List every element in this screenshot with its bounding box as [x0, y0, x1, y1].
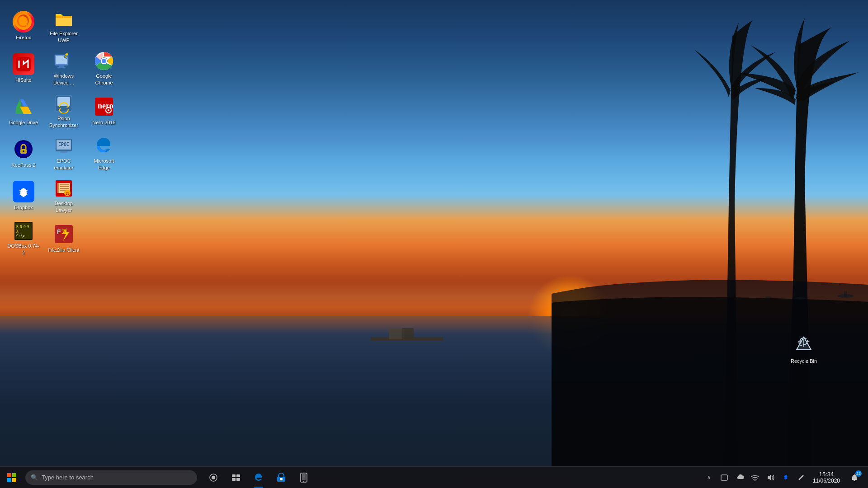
keepass-icon [13, 138, 34, 160]
desktop-lawyer-label: Desktop Lawyer [47, 200, 80, 213]
keepass-label: KeePass 2 [11, 162, 35, 168]
svg-point-29 [23, 150, 24, 152]
svg-text:C:\>_: C:\>_ [16, 234, 27, 238]
icon-row-3: KeePass 2 EPOC EPOC emulator [5, 132, 131, 174]
svg-point-2 [795, 297, 806, 300]
google-drive-label: Google Drive [9, 119, 38, 126]
firefox-icon [13, 11, 34, 33]
svg-point-16 [102, 59, 106, 63]
windows-device-icon [53, 51, 75, 71]
taskbar-phone-button[interactable] [293, 467, 315, 488]
svg-rect-65 [12, 473, 16, 477]
hisuite-label: HiSuite [15, 77, 31, 83]
clock-area[interactable]: 15:34 11/06/2020 [808, 467, 844, 488]
svg-rect-44 [57, 183, 59, 193]
svg-rect-64 [7, 473, 11, 477]
palm-trees [552, 0, 868, 466]
hisuite-icon [13, 53, 34, 75]
desktop-icon-dropbox[interactable]: Dropbox [5, 175, 42, 216]
desktop-icon-nero[interactable]: nero Nero 2018 [86, 90, 122, 131]
file-explorer-icon [53, 8, 75, 28]
desktop-icon-firefox[interactable]: Firefox [5, 5, 42, 46]
svg-point-69 [212, 476, 215, 479]
notification-button[interactable]: 23 [844, 467, 864, 488]
svg-point-78 [303, 481, 304, 482]
svg-text:S: S [27, 225, 29, 229]
chrome-icon [93, 51, 115, 71]
ms-edge-label: Microsoft Edge [88, 158, 120, 171]
taskbar-edge-button[interactable] [248, 467, 269, 488]
taskbar: 🔍 Type here to search [0, 466, 868, 488]
svg-rect-12 [57, 67, 66, 68]
svg-rect-67 [12, 478, 16, 482]
desktop-icon-ms-edge[interactable]: Microsoft Edge [86, 133, 122, 174]
desktop-lawyer-icon: ⚖ [53, 178, 75, 198]
desktop-icon-dosbox[interactable]: B D O S X C:\>_ DOSBox 0.74-2 [5, 218, 42, 258]
tray-speaker[interactable] [763, 467, 778, 488]
desktop-icons: Firefox File Explorer UWP [0, 0, 136, 429]
dosbox-icon: B D O S X C:\>_ [13, 221, 34, 241]
svg-text:X: X [16, 230, 19, 234]
desktop-icon-windows-device[interactable]: Windows Device ... [46, 48, 82, 89]
icon-row-1: HiSuite Windows Device ... [5, 47, 131, 89]
svg-rect-11 [59, 66, 64, 67]
filezilla-icon: F Z [53, 223, 75, 245]
start-button[interactable] [0, 467, 24, 488]
dosbox-label: DOSBox 0.74-2 [7, 243, 40, 256]
svg-rect-75 [280, 478, 283, 480]
tray-pen[interactable] [794, 467, 808, 488]
svg-rect-79 [721, 475, 727, 480]
water-dock [362, 319, 452, 357]
desktop-icon-file-explorer[interactable]: File Explorer UWP [46, 5, 82, 46]
svg-point-3 [765, 296, 772, 298]
recycle-bin-icon [793, 334, 815, 356]
svg-marker-85 [784, 477, 788, 479]
icon-row-4: Dropbox ⚖ [5, 174, 131, 217]
dropbox-label: Dropbox [14, 204, 33, 211]
desktop-icon-google-drive[interactable]: Google Drive [5, 90, 42, 131]
tray-dropbox[interactable] [778, 467, 793, 488]
desktop-icon-psion[interactable]: Psion Synchronizer [46, 90, 82, 131]
svg-text:⚖: ⚖ [66, 191, 69, 196]
chrome-label: Google Chrome [88, 73, 120, 86]
psion-icon [53, 93, 75, 113]
svg-rect-73 [236, 478, 240, 481]
svg-text:F: F [57, 228, 61, 235]
desktop-icon-chrome[interactable]: Google Chrome [86, 48, 122, 89]
search-box[interactable]: 🔍 Type here to search [25, 470, 197, 485]
icon-row-2: Google Drive Psion Synchronizer [5, 89, 131, 132]
desktop-icon-epoc[interactable]: EPOC EPOC emulator [46, 133, 82, 174]
tray-wifi[interactable] [748, 467, 762, 488]
windows-device-label: Windows Device ... [47, 73, 80, 86]
tray-chevron[interactable]: ∧ [702, 467, 716, 488]
desktop-icon-hisuite[interactable]: HiSuite [5, 48, 42, 89]
cortana-button[interactable] [203, 467, 224, 488]
svg-text:O: O [24, 225, 26, 229]
clock-date: 11/06/2020 [813, 478, 840, 484]
tray-onedrive[interactable] [732, 467, 747, 488]
svg-rect-86 [854, 480, 855, 481]
svg-rect-5 [389, 328, 402, 339]
desktop-icon-desktop-lawyer[interactable]: ⚖ Desktop Lawyer [46, 175, 82, 216]
dropbox-icon [13, 181, 34, 202]
icon-row-5: B D O S X C:\>_ DOSBox 0.74-2 F [5, 217, 131, 259]
notification-badge: 23 [855, 470, 862, 477]
task-view-button[interactable] [225, 467, 247, 488]
icon-row-0: Firefox File Explorer UWP [5, 5, 131, 47]
ms-edge-icon [93, 136, 115, 156]
svg-point-25 [108, 109, 109, 111]
tray-tablet-mode[interactable] [717, 467, 731, 488]
taskbar-store-button[interactable] [270, 467, 292, 488]
nero-label: Nero 2018 [92, 119, 115, 126]
svg-rect-72 [232, 478, 236, 481]
svg-rect-1 [844, 291, 847, 297]
recycle-bin[interactable]: Recycle Bin [785, 328, 823, 371]
svg-rect-70 [232, 474, 236, 477]
nero-icon: nero [93, 96, 115, 117]
filezilla-label: FileZilla Client [48, 247, 79, 253]
desktop-icon-keepass[interactable]: KeePass 2 [5, 133, 42, 174]
clock-time: 15:34 [819, 471, 834, 478]
tray-area: ∧ [702, 467, 808, 488]
psion-label: Psion Synchronizer [47, 115, 80, 128]
desktop-icon-filezilla[interactable]: F Z FileZilla Client [46, 218, 82, 258]
